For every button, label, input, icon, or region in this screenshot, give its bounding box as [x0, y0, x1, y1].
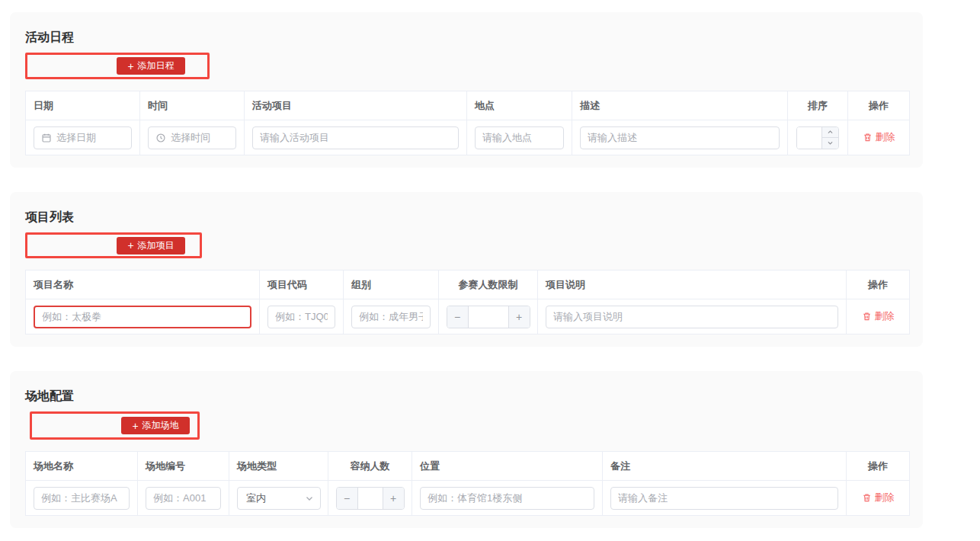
section-title-venue-config: 场地配置: [25, 388, 908, 405]
schedule-header-row: 日期 时间 活动项目 地点 描述 排序 操作: [26, 91, 910, 120]
project-desc-input[interactable]: [553, 311, 831, 322]
plus-icon: +: [127, 240, 133, 251]
group-input[interactable]: [359, 311, 423, 322]
schedule-table: 日期 时间 活动项目 地点 描述 排序 操作: [25, 91, 910, 155]
annotation-highlight-add-venue: + 添加场地: [30, 411, 200, 440]
group-field[interactable]: [351, 306, 431, 328]
add-schedule-button-label: 添加日程: [138, 57, 175, 75]
section-title-activity-schedule: 活动日程: [25, 29, 908, 46]
col-header-activity: 活动项目: [245, 91, 467, 120]
participant-limit-stepper[interactable]: − +: [447, 306, 530, 328]
project-desc-field[interactable]: [546, 306, 838, 328]
col-header-group: 组别: [344, 270, 439, 299]
venue-name-input[interactable]: [41, 492, 122, 504]
project-code-field[interactable]: [267, 306, 335, 328]
location-input[interactable]: [482, 132, 556, 143]
plus-icon: +: [132, 421, 138, 431]
location-field[interactable]: [475, 126, 564, 149]
col-header-location: 地点: [467, 91, 572, 120]
sort-input[interactable]: [797, 127, 821, 149]
venue-code-input[interactable]: [153, 492, 213, 504]
venue-input-row: 室内 − +: [26, 481, 910, 516]
increase-button[interactable]: +: [508, 306, 530, 328]
participant-limit-input[interactable]: [469, 306, 508, 328]
delete-project-button[interactable]: 删除: [862, 309, 895, 323]
venue-type-selected-value: 室内: [246, 491, 305, 505]
chevron-down-icon: [305, 494, 314, 503]
section-activity-schedule: 活动日程 + 添加日程 日期 时间 活动项目 地点 描述 排序 操作: [10, 12, 923, 168]
date-input[interactable]: [56, 132, 124, 143]
calendar-icon: [41, 133, 52, 143]
time-picker-field[interactable]: [148, 126, 236, 149]
delete-venue-button[interactable]: 删除: [862, 491, 895, 504]
page: 活动日程 + 添加日程 日期 时间 活动项目 地点 描述 排序 操作: [0, 0, 980, 528]
delete-label: 删除: [876, 130, 895, 144]
description-field[interactable]: [580, 126, 780, 149]
delete-schedule-button[interactable]: 删除: [863, 130, 895, 144]
add-venue-button[interactable]: + 添加场地: [121, 417, 190, 434]
decrease-button[interactable]: −: [337, 488, 358, 509]
trash-icon: [863, 132, 873, 142]
add-project-button-label: 添加项目: [138, 237, 175, 254]
col-header-venue-code: 场地编号: [138, 452, 229, 481]
project-code-input[interactable]: [275, 311, 328, 322]
capacity-stepper[interactable]: − +: [336, 487, 405, 510]
col-header-project-desc: 项目说明: [538, 270, 847, 299]
date-picker-field[interactable]: [34, 126, 132, 149]
col-header-project-code: 项目代码: [260, 270, 344, 299]
delete-label: 删除: [875, 309, 895, 323]
clock-icon: [155, 133, 166, 143]
section-project-list: 项目列表 + 添加项目 项目名称 项目代码 组别 参赛人数限制 项目说明 操作: [10, 192, 923, 347]
col-header-time: 时间: [140, 91, 245, 120]
schedule-input-row: 删除: [26, 120, 910, 155]
position-input[interactable]: [428, 492, 587, 504]
note-field[interactable]: [610, 487, 838, 510]
annotation-highlight-add-project: + 添加项目: [25, 232, 202, 258]
sort-number-spinner[interactable]: [796, 126, 839, 149]
add-venue-button-label: 添加场地: [143, 417, 179, 434]
col-header-date: 日期: [26, 91, 140, 120]
time-input[interactable]: [171, 132, 229, 143]
venue-code-field[interactable]: [146, 487, 221, 510]
delete-label: 删除: [875, 491, 895, 504]
col-header-position: 位置: [412, 452, 603, 481]
spinner-decrease-button[interactable]: [822, 137, 838, 149]
chevron-up-icon: [827, 129, 834, 136]
project-table: 项目名称 项目代码 组别 参赛人数限制 项目说明 操作: [25, 270, 910, 335]
note-input[interactable]: [618, 492, 831, 504]
col-header-venue-name: 场地名称: [26, 452, 138, 481]
col-header-participant-limit: 参赛人数限制: [439, 270, 538, 299]
chevron-down-icon: [827, 139, 834, 146]
capacity-input[interactable]: [358, 488, 383, 509]
venue-name-field[interactable]: [34, 487, 130, 510]
trash-icon: [862, 311, 872, 322]
add-project-button[interactable]: + 添加项目: [117, 237, 185, 254]
add-schedule-button[interactable]: + 添加日程: [117, 57, 185, 75]
annotation-highlight-add-schedule: + 添加日程: [25, 53, 210, 79]
section-title-project-list: 项目列表: [25, 209, 908, 226]
trash-icon: [862, 492, 872, 503]
project-name-input[interactable]: [42, 311, 243, 322]
spinner-controls: [821, 127, 838, 149]
col-header-actions: 操作: [847, 270, 910, 299]
col-header-project-name: 项目名称: [26, 270, 260, 299]
position-field[interactable]: [420, 487, 594, 510]
spinner-increase-button[interactable]: [822, 127, 838, 138]
col-header-venue-type: 场地类型: [229, 452, 328, 481]
section-venue-config: 场地配置 + 添加场地 场地名称 场地编号 场地类型 容纳人数 位置 备注 操作: [10, 371, 923, 528]
project-input-row: − + 删除: [26, 299, 910, 335]
description-input[interactable]: [588, 132, 772, 143]
col-header-note: 备注: [603, 452, 847, 481]
activity-input[interactable]: [260, 132, 451, 143]
col-header-description: 描述: [572, 91, 788, 120]
col-header-actions: 操作: [848, 91, 910, 120]
col-header-actions: 操作: [847, 452, 910, 481]
plus-icon: +: [127, 61, 133, 72]
col-header-capacity: 容纳人数: [328, 452, 412, 481]
decrease-button[interactable]: −: [447, 306, 469, 328]
venue-header-row: 场地名称 场地编号 场地类型 容纳人数 位置 备注 操作: [26, 452, 910, 481]
venue-type-select[interactable]: 室内: [237, 487, 321, 510]
increase-button[interactable]: +: [383, 488, 404, 509]
project-name-field[interactable]: [34, 306, 251, 328]
activity-field[interactable]: [252, 126, 459, 149]
